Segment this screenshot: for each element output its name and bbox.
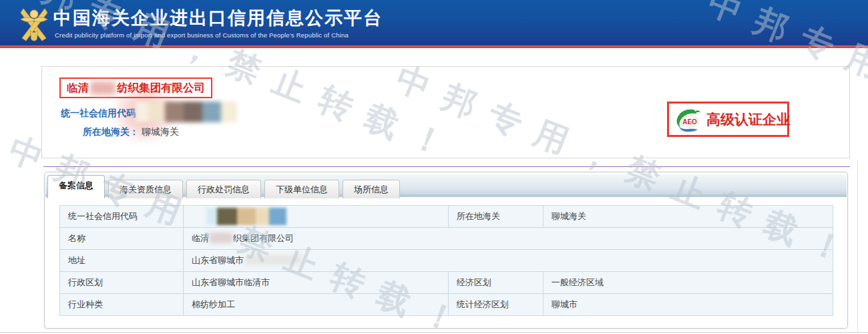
detail-card: 备案信息 海关资质信息 行政处罚信息 下级单位信息 场所信息 统一社会信用代码 …	[44, 172, 848, 329]
cell-customs-value: 聊城海关	[543, 206, 833, 228]
credit-code-label: 统一社会信用代码	[61, 108, 136, 118]
cell-industry-value: 棉纺纱加工	[183, 294, 448, 316]
svg-text:AEO: AEO	[682, 118, 697, 126]
customs-value: 聊城海关	[142, 126, 179, 137]
customs-line: 所在地海关： 聊城海关	[83, 126, 179, 138]
header-accent-bar	[0, 45, 868, 48]
table-row: 行业种类 棉纺纱加工 统计经济区划 聊城市	[60, 294, 833, 316]
cell-industry-label: 行业种类	[60, 294, 184, 316]
credit-code-redacted-value	[136, 102, 237, 122]
cell-customs-label: 所在地海关	[448, 206, 543, 228]
section-divider	[43, 166, 850, 167]
table-row: 地址 山东省聊城市	[60, 250, 833, 272]
table-row: 名称 临清织集团有限公司	[60, 228, 833, 250]
address-value: 山东省聊城市	[192, 255, 244, 265]
company-name-redacted-segment	[90, 81, 116, 95]
page-subtitle: Credit publicity platform of import and …	[55, 31, 349, 39]
table-row: 统一社会信用代码 所在地海关 聊城海关	[60, 206, 833, 228]
company-name-suffix: 纺织集团有限公司	[117, 81, 205, 96]
credit-code-redacted-value	[206, 208, 286, 225]
company-summary-card: 临清 纺织集团有限公司 统一社会信用代码 所在地海关： 聊城海关 AEO 高级认…	[41, 66, 850, 158]
address-redacted-segment	[245, 255, 301, 265]
cell-admin-division-value: 山东省聊城市临清市	[183, 272, 448, 294]
page-title: 中国海关企业进出口信用信息公示平台	[53, 6, 383, 30]
aeo-badge-highlight-box: AEO 高级认证企业	[667, 102, 789, 137]
tab-registration-info[interactable]: 备案信息	[47, 175, 105, 198]
name-redacted-segment	[210, 232, 232, 243]
cell-admin-division-label: 行政区划	[60, 272, 184, 294]
aeo-logo-icon: AEO	[674, 107, 703, 132]
tab-administrative-penalty-info[interactable]: 行政处罚信息	[186, 180, 261, 198]
name-value-suffix: 织集团有限公司	[233, 233, 294, 243]
tab-customs-qualification-info[interactable]: 海关资质信息	[108, 180, 183, 198]
company-name-highlight-box: 临清 纺织集团有限公司	[59, 77, 212, 98]
cell-stat-economic-zone-label: 统计经济区划	[448, 294, 543, 316]
cell-name-label: 名称	[60, 228, 184, 250]
company-name-prefix: 临清	[67, 81, 89, 96]
aeo-badge-label: 高级认证企业	[706, 110, 791, 129]
cell-name-value: 临清织集团有限公司	[183, 228, 833, 250]
registration-detail-table: 统一社会信用代码 所在地海关 聊城海关 名称 临清织集团有限公司 地址 山东省聊…	[59, 205, 833, 316]
customs-emblem-icon	[17, 5, 51, 42]
tab-premises-info[interactable]: 场所信息	[343, 180, 400, 198]
name-value-prefix: 临清	[192, 233, 209, 243]
right-edge-line	[857, 160, 858, 333]
cell-economic-zone-label: 经济区划	[448, 272, 543, 294]
cell-economic-zone-value: 一般经济区域	[543, 272, 833, 294]
cell-address-value: 山东省聊城市	[183, 250, 833, 272]
bottom-edge-line	[0, 332, 868, 333]
tab-subordinate-unit-info[interactable]: 下级单位信息	[264, 180, 339, 198]
page: 中国海关企业进出口信用信息公示平台 Credit publicity platf…	[0, 0, 868, 334]
cell-address-label: 地址	[60, 250, 184, 272]
tab-bar: 备案信息 海关资质信息 行政处罚信息 下级单位信息 场所信息	[47, 175, 400, 198]
customs-label: 所在地海关：	[83, 126, 139, 137]
credit-code-line: 统一社会信用代码	[61, 108, 136, 120]
cell-credit-code-value	[183, 206, 448, 228]
table-row: 行政区划 山东省聊城市临清市 经济区划 一般经济区域	[60, 272, 833, 294]
site-header: 中国海关企业进出口信用信息公示平台 Credit publicity platf…	[0, 0, 868, 45]
cell-credit-code-label: 统一社会信用代码	[60, 206, 184, 228]
cell-stat-economic-zone-value: 聊城市	[543, 294, 833, 316]
